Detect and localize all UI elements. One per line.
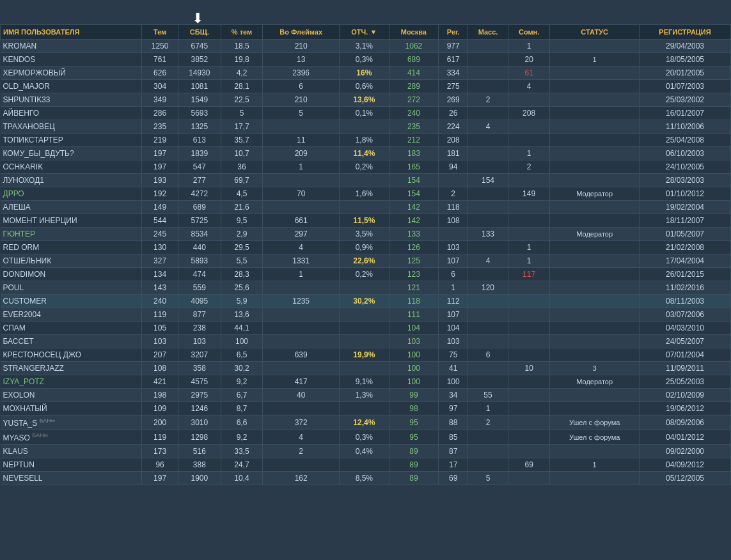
user-name[interactable]: RED ORM: [1, 241, 142, 254]
user-tem: 173: [142, 445, 178, 458]
col-moscow[interactable]: Москва: [389, 25, 439, 40]
user-sbch: 8534: [178, 228, 221, 241]
user-tem: 103: [142, 335, 178, 348]
user-name[interactable]: СПАМ: [1, 322, 142, 335]
user-tem: 200: [142, 416, 178, 430]
user-name[interactable]: IZYA_POTZ: [1, 375, 142, 389]
user-name[interactable]: ХЕРМОРЖОВЫЙ: [1, 66, 142, 80]
col-status[interactable]: СТАТУС: [550, 25, 640, 40]
user-name[interactable]: OLD_MAJOR: [1, 80, 142, 93]
user-name[interactable]: SHPUNTIK33: [1, 93, 142, 107]
col-name[interactable]: ИМЯ ПОЛЬЗОВАТЕЛЯ: [1, 25, 142, 40]
table-row[interactable]: IZYA_POTZ42145759,24179,1%100100Модерато…: [1, 375, 731, 389]
table-row[interactable]: БАССЕТ10310310010310324/05/2007: [1, 335, 731, 348]
user-name[interactable]: EVER2004: [1, 308, 142, 322]
table-row[interactable]: АЛЕША14968921,614211819/02/2004: [1, 201, 731, 214]
table-row[interactable]: OLD_MAJOR304108128,160,6%289275401/07/20…: [1, 80, 731, 93]
user-name[interactable]: ОТШЕЛЬНИК: [1, 254, 142, 268]
table-row[interactable]: ГЮНТЕР24585342,92973,5%133133Модератор01…: [1, 228, 731, 241]
user-moscow: 104: [389, 322, 439, 335]
user-name[interactable]: ТРАХАНОВЕЦ: [1, 120, 142, 134]
user-name[interactable]: STRANGERJAZZ: [1, 362, 142, 375]
user-sbch: 1081: [178, 80, 221, 93]
table-row[interactable]: KROMAN1250674518,52103,1%1062977129/04/2…: [1, 40, 731, 53]
user-name[interactable]: ЛУНОХОД1: [1, 174, 142, 187]
table-row[interactable]: КРЕСТОНОСЕЦ ДЖО20732076,563919,9%1007560…: [1, 348, 731, 362]
table-row[interactable]: STRANGERJAZZ10835830,21004110311/09/2011: [1, 362, 731, 375]
user-otch: [340, 174, 389, 187]
user-name[interactable]: NEPTUN: [1, 458, 142, 472]
user-vo-fleimah: 4: [263, 430, 340, 445]
user-name[interactable]: БАССЕТ: [1, 335, 142, 348]
col-vo-fleimah[interactable]: Во Флеймах: [263, 25, 340, 40]
table-row[interactable]: RED ORM13044029,540,9%126103121/02/2008: [1, 241, 731, 254]
user-somn: 2: [508, 160, 549, 174]
col-somn[interactable]: Сомн.: [508, 25, 549, 40]
user-vo-fleimah: [263, 120, 340, 134]
table-row[interactable]: OCHKARIK1975473610,2%16594224/10/2005: [1, 160, 731, 174]
user-vo-fleimah: 661: [263, 214, 340, 228]
table-row[interactable]: МОХНАТЫЙ10912468,79897119/06/2012: [1, 402, 731, 416]
user-name[interactable]: MYASO БАН∞: [1, 430, 142, 445]
user-name[interactable]: МОМЕНТ ИНЕРЦИИ: [1, 214, 142, 228]
user-name[interactable]: ДРРО: [1, 187, 142, 201]
user-reg: 334: [439, 66, 468, 80]
table-row[interactable]: ДРРО19242724,5701,6%1542149Модератор01/1…: [1, 187, 731, 201]
user-status: [550, 241, 640, 254]
user-name[interactable]: KLAUS: [1, 445, 142, 458]
table-row[interactable]: КОМУ_БЫ_ВДУТЬ?197183910,720911,4%1831811…: [1, 147, 731, 160]
user-name[interactable]: DONDIMON: [1, 268, 142, 281]
user-name[interactable]: EXOLON: [1, 389, 142, 402]
table-row[interactable]: CUSTOMER24040955,9123530,2%11811208/11/2…: [1, 295, 731, 308]
table-row[interactable]: KLAUS17351633,520,4%898709/02/2000: [1, 445, 731, 458]
table-row[interactable]: YUSTA_S БАН∞20030106,637212,4%95882Ушел …: [1, 416, 731, 430]
user-name[interactable]: YUSTA_S БАН∞: [1, 416, 142, 430]
table-row[interactable]: МОМЕНТ ИНЕРЦИИ54457259,566111,5%14210818…: [1, 214, 731, 228]
user-name[interactable]: АЙВЕНГО: [1, 107, 142, 120]
user-name[interactable]: CUSTOMER: [1, 295, 142, 308]
user-somn: [508, 174, 549, 187]
user-sbch: 613: [178, 134, 221, 147]
user-name[interactable]: ГЮНТЕР: [1, 228, 142, 241]
user-reg: 97: [439, 402, 468, 416]
table-row[interactable]: ЛУНОХОД119327769,715415428/03/2003: [1, 174, 731, 187]
user-name[interactable]: КРЕСТОНОСЕЦ ДЖО: [1, 348, 142, 362]
user-otch: 0,1%: [340, 107, 389, 120]
user-name[interactable]: NEVESELL: [1, 472, 142, 485]
table-row[interactable]: DONDIMON13447428,310,2%123611726/01/2015: [1, 268, 731, 281]
user-name[interactable]: KENDOS: [1, 53, 142, 66]
user-moscow: 95: [389, 430, 439, 445]
col-mass[interactable]: Масс.: [468, 25, 508, 40]
user-sbch: 547: [178, 160, 221, 174]
table-row[interactable]: KENDOS761385219,8130,3%68961720118/05/20…: [1, 53, 731, 66]
table-row[interactable]: ТРАХАНОВЕЦ235132517,7235224411/10/2006: [1, 120, 731, 134]
table-row[interactable]: ОТШЕЛЬНИК32758935,5133122,6%1251074117/0…: [1, 254, 731, 268]
user-tem: 349: [142, 93, 178, 107]
table-row[interactable]: MYASO БАН∞11912989,240,3%9585Ушел с фору…: [1, 430, 731, 445]
user-name[interactable]: ТОПИКСТАРТЕР: [1, 134, 142, 147]
user-name[interactable]: POUL: [1, 281, 142, 295]
col-tem[interactable]: Тем: [142, 25, 178, 40]
sort-arrow-row: ⬇: [0, 6, 731, 24]
col-pct-tem[interactable]: % тем: [221, 25, 262, 40]
table-row[interactable]: СПАМ10523844,110410404/03/2010: [1, 322, 731, 335]
header-info: [0, 0, 731, 6]
table-row[interactable]: EXOLON19829756,7401,3%99345502/10/2009: [1, 389, 731, 402]
table-row[interactable]: NEVESELL197190010,41628,5%8969505/12/200…: [1, 472, 731, 485]
table-row[interactable]: POUL14355925,6121112011/02/2016: [1, 281, 731, 295]
user-reg: 118: [439, 201, 468, 214]
user-name[interactable]: АЛЕША: [1, 201, 142, 214]
table-row[interactable]: EVER200411987713,611110703/07/2006: [1, 308, 731, 322]
col-reg[interactable]: Рег.: [439, 25, 468, 40]
user-name[interactable]: МОХНАТЫЙ: [1, 402, 142, 416]
table-row[interactable]: АЙВЕНГО2865693550,1%2402620816/01/2007: [1, 107, 731, 120]
table-row[interactable]: NEPTUN9638824,7891769104/09/2012: [1, 458, 731, 472]
table-row[interactable]: SHPUNTIK33349154922,521013,6%272269225/0…: [1, 93, 731, 107]
user-name[interactable]: KROMAN: [1, 40, 142, 53]
user-name[interactable]: OCHKARIK: [1, 160, 142, 174]
col-registration[interactable]: РЕГИСТРАЦИЯ: [640, 25, 731, 40]
table-row[interactable]: ХЕРМОРЖОВЫЙ626149304,2239616%4143346120/…: [1, 66, 731, 80]
user-name[interactable]: КОМУ_БЫ_ВДУТЬ?: [1, 147, 142, 160]
col-otch[interactable]: ОТЧ. ▼: [340, 25, 389, 40]
table-row[interactable]: ТОПИКСТАРТЕР21961335,7111,8%21220825/04/…: [1, 134, 731, 147]
